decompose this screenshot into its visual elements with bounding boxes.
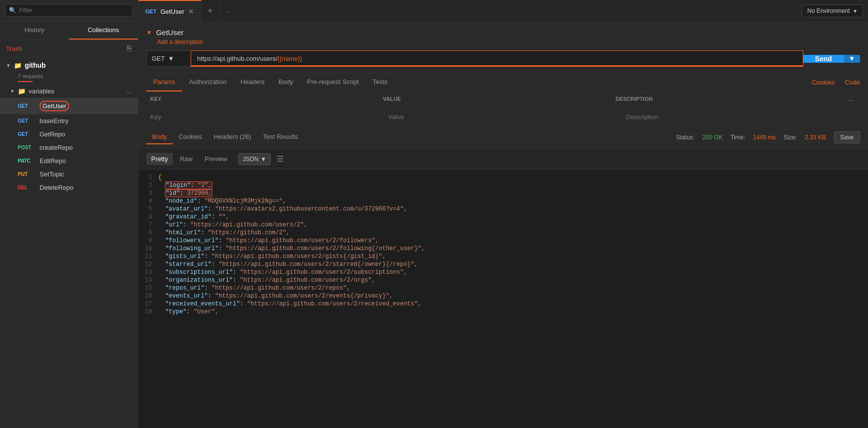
tab-add-button[interactable]: + [202,0,219,22]
line-content: "id": 372966, [158,190,868,197]
format-tab-preview[interactable]: Preview [200,153,232,165]
code-line: 10 "following_url": "https://api.github.… [138,245,868,253]
request-item-deleterepo[interactable]: DEL DeleteRepo [0,181,138,194]
folder-variables[interactable]: ▼ 📁 variables ... [0,84,138,98]
response-tab-headers[interactable]: Headers (26) [208,130,257,144]
import-button[interactable]: ⎘ [127,44,132,53]
col-description-header: DESCRIPTION [616,96,848,104]
response-status-bar: Status: 200 OK Time: 1449 ms Size: 2.33 … [676,131,860,143]
request-item-editrepo[interactable]: PATC EditRepo [0,154,138,168]
line-number: 5 [138,206,158,213]
sidebar-tab-history[interactable]: History [0,21,69,40]
url-input[interactable]: https://api.github.com/users/{{name}} [191,50,803,67]
tab-params[interactable]: Params [146,73,182,91]
response-tab-cookies[interactable]: Cookies [173,130,208,144]
environment-selector[interactable]: No Environment ▼ [802,4,863,17]
send-dropdown-button[interactable]: ▼ [844,55,860,63]
method-badge-get: GET [18,103,36,109]
request-name-getuser: GetUser [40,101,69,111]
param-key-input[interactable] [150,113,380,121]
request-title-row: ▼ GetUser [146,28,860,37]
format-type-dropdown[interactable]: JSON ▼ [238,153,271,165]
tab-body[interactable]: Body [272,73,300,91]
code-line: 11 "gists_url": "https://api.github.com/… [138,253,868,260]
main-content: GET GetUser ✕ + ··· No Environment ▼ ▼ G… [138,0,868,428]
line-number: 18 [138,308,158,315]
param-key-cell[interactable] [146,111,384,123]
line-content: "following_url": "https://api.github.com… [158,245,868,252]
code-line: 13 "subscriptions_url": "https://api.git… [138,268,868,276]
request-area: ▼ GetUser Add a description GET ▼ https:… [138,22,868,73]
tab-authorization[interactable]: Authorization [182,73,234,91]
request-item-baseentry[interactable]: GET baseEntry [0,114,138,128]
request-name-baseentry: baseEntry [40,117,69,125]
line-content: "login": "2", [158,182,868,189]
param-desc-input[interactable] [626,113,856,121]
line-content: "starred_url": "https://api.github.com/u… [158,261,868,268]
code-line: 6 "gravatar_id": "", [138,213,868,221]
collection-github: ▼ 📁 github 7 requests ▼ 📁 variables ... … [0,57,138,194]
line-content: "followers_url": "https://api.github.com… [158,237,868,244]
line-content: "html_url": "https://github.com/2", [158,229,868,236]
url-base-text: https://api.github.com/users/ [197,55,278,62]
method-badge-post: POST [18,145,36,150]
request-tabs: Params Authorization Headers Body Pre-re… [138,73,868,92]
tab-close-button[interactable]: ✕ [188,7,194,15]
request-item-createrepo[interactable]: POST createRepo [0,141,138,154]
code-line: 2 "login": "2", [138,181,868,189]
col-key-header: KEY [146,96,383,104]
line-number: 14 [138,277,158,284]
collection-name: github [25,61,46,69]
format-tab-pretty[interactable]: Pretty [146,153,173,165]
method-dropdown[interactable]: GET ▼ [146,50,191,67]
code-line: 18 "type": "User", [138,308,868,316]
line-content: "received_events_url": "https://api.gith… [158,300,868,307]
code-link[interactable]: Code [845,79,860,86]
search-input[interactable] [5,4,133,17]
collection-red-bar [18,81,33,82]
folder-dots[interactable]: ... [126,87,132,95]
request-tab-getuser[interactable]: GET GetUser ✕ [138,0,202,22]
request-item-settopic[interactable]: PUT SetTopic [0,168,138,181]
collection-header[interactable]: ▼ 📁 github [0,57,138,73]
format-align-icon[interactable]: ☰ [277,154,284,164]
tab-pre-request[interactable]: Pre-request Script [300,73,366,91]
line-content: "type": "User", [158,308,868,315]
response-area: Body Cookies Headers (26) Test Results S… [138,126,868,428]
response-tab-body[interactable]: Body [146,130,173,144]
sidebar-tab-collections[interactable]: Collections [69,21,138,40]
param-desc-cell[interactable] [622,111,860,123]
environment-label: No Environment [807,7,850,14]
method-label: GET [152,55,165,62]
line-content: "organizations_url": "https://api.github… [158,277,868,284]
line-number: 7 [138,221,158,228]
send-button-group: Send ▼ [803,55,860,63]
tab-tests[interactable]: Tests [366,73,394,91]
format-type-label: JSON [243,156,258,163]
request-title: GetUser [156,28,184,37]
param-value-input[interactable] [388,113,619,121]
trash-link[interactable]: Trash [6,45,22,52]
line-content: "subscriptions_url": "https://api.github… [158,269,868,276]
line-number: 16 [138,293,158,300]
param-value-cell[interactable] [384,111,622,123]
tab-headers[interactable]: Headers [234,73,272,91]
method-badge-get-2: GET [18,118,36,124]
format-tab-raw[interactable]: Raw [175,153,198,165]
line-content: "node_id": "MDQ6VXNlcjM3Mjk2Ng==", [158,198,868,205]
save-button[interactable]: Save [834,131,860,143]
tab-method-label: GET [145,8,157,14]
request-title-chevron[interactable]: ▼ [146,29,152,36]
collection-folder-icon: 📁 [14,62,22,69]
folder-name: variables [29,87,54,95]
request-item-getuser[interactable]: GET GetUser [0,98,138,114]
method-badge-delete: DEL [18,185,36,190]
params-header: KEY VALUE DESCRIPTION ··· [146,92,860,108]
response-tab-test-results[interactable]: Test Results [257,130,304,144]
add-description-link[interactable]: Add a description [157,39,860,45]
tab-more-button[interactable]: ··· [219,0,237,22]
send-button[interactable]: Send [803,55,844,63]
url-param-text: {{name}} [278,55,302,62]
cookies-link[interactable]: Cookies [812,79,835,86]
request-item-getrepo[interactable]: GET GetRepo [0,128,138,141]
